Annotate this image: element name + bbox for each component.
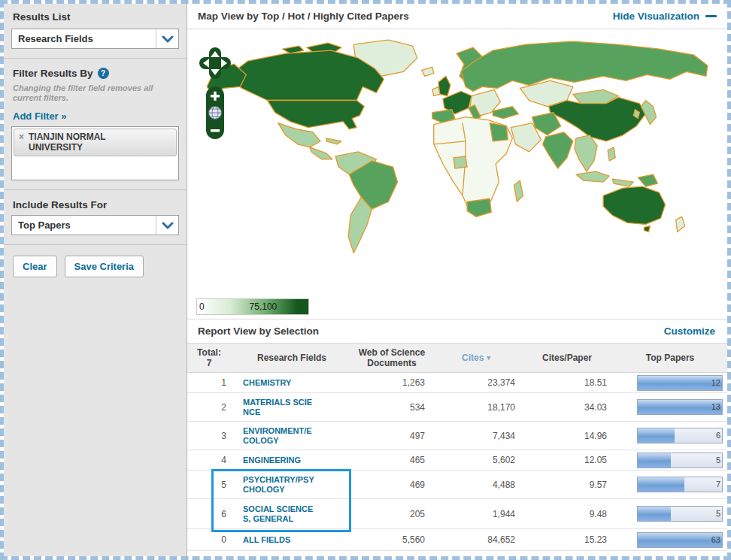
row-cites: 84,652 [431, 534, 521, 545]
column-header-research-fields[interactable]: Research Fields [231, 353, 353, 363]
filter-results-title: Filter Results By [13, 68, 93, 79]
total-header: Total: 7 [187, 347, 231, 368]
include-results-dropdown-value: Top Papers [12, 219, 156, 231]
field-link[interactable]: ENGINEERING [243, 456, 317, 465]
hide-visualization-link[interactable]: Hide Visualization [613, 11, 717, 22]
report-title: Report View by Selection [198, 325, 319, 337]
row-cites: 4,488 [431, 480, 521, 490]
table-row: 1 CHEMISTRY 1,263 23,374 18.51 12 [187, 373, 727, 393]
row-rank: 4 [187, 455, 231, 465]
table-row: 6 SOCIAL SCIENCES, GENERAL 205 1,944 9.4… [187, 499, 727, 529]
top-papers-value: 7 [716, 480, 720, 489]
field-link[interactable]: SOCIAL SCIENCES, GENERAL [243, 504, 317, 524]
row-cites-per-paper: 15.23 [521, 534, 613, 545]
table-row: 4 ENGINEERING 465 5,602 12.05 5 [187, 450, 727, 471]
row-cites: 5,602 [431, 455, 521, 465]
map-area [187, 29, 727, 297]
row-documents: 497 [353, 431, 431, 441]
row-documents: 534 [353, 402, 431, 413]
results-list-dropdown[interactable]: Research Fields [11, 29, 179, 49]
filter-tag: × TIANJIN NORMAL UNIVERSITY [14, 129, 177, 156]
top-papers-bar: 13 [637, 399, 723, 415]
map-title: Map View by Top / Hot / Highly Cited Pap… [198, 11, 409, 22]
row-rank: 0 [187, 534, 231, 545]
add-filter-link[interactable]: Add Filter » [13, 110, 67, 122]
row-rank: 1 [187, 377, 231, 388]
row-cites-per-paper: 18.51 [521, 377, 613, 388]
save-criteria-button[interactable]: Save Criteria [65, 256, 144, 277]
field-link[interactable]: PSYCHIATRY/PSYCHOLOGY [243, 475, 317, 495]
column-header-wos-documents[interactable]: Web of Science Documents [353, 347, 431, 368]
results-list-title: Results List [13, 11, 179, 23]
row-documents: 205 [353, 509, 431, 519]
top-papers-value: 63 [711, 535, 720, 544]
report-header: Report View by Selection Customize [187, 319, 727, 343]
map-pan-control[interactable] [199, 47, 231, 79]
top-papers-value: 5 [716, 509, 720, 518]
column-header-cites-per-paper[interactable]: Cites/Paper [521, 353, 613, 363]
row-cites-per-paper: 9.57 [521, 480, 613, 490]
esi-page: Results List Research Fields Filter Resu… [0, 0, 731, 560]
table-row: 5 PSYCHIATRY/PSYCHOLOGY 469 4,488 9.57 7 [187, 471, 727, 499]
top-papers-bar: 6 [637, 428, 723, 443]
map-zoom-control[interactable] [206, 86, 224, 139]
customize-link[interactable]: Customize [664, 325, 715, 337]
table-body: 1 CHEMISTRY 1,263 23,374 18.51 12 2 MATE… [187, 373, 727, 551]
top-papers-bar: 12 [637, 375, 723, 391]
row-rank: 6 [187, 509, 231, 519]
row-documents: 469 [353, 480, 431, 490]
table-row: 3 ENVIRONMENT/ECOLOGY 497 7,434 14.96 6 [187, 422, 727, 450]
top-papers-bar: 7 [637, 477, 723, 492]
filter-note: Changing the filter field removes all cu… [13, 83, 177, 103]
chevron-down-icon[interactable] [156, 216, 178, 235]
field-link[interactable]: ALL FIELDS [243, 535, 317, 545]
row-cites: 23,374 [431, 377, 521, 388]
row-documents: 1,263 [353, 377, 431, 388]
top-papers-value: 12 [711, 378, 720, 387]
row-rank: 3 [187, 431, 231, 441]
top-papers-value: 5 [716, 456, 720, 465]
top-papers-bar: 5 [637, 453, 723, 468]
results-list-dropdown-value: Research Fields [12, 33, 156, 44]
table-row: 2 MATERIALS SCIENCE 534 18,170 34.03 13 [187, 393, 727, 422]
top-papers-bar: 63 [637, 532, 723, 548]
legend-min-label: 0 [199, 301, 205, 312]
include-results-dropdown[interactable]: Top Papers [11, 215, 179, 235]
top-papers-value: 6 [716, 431, 720, 440]
globe-icon [209, 107, 222, 120]
help-icon[interactable]: ? [98, 68, 109, 79]
row-cites: 7,434 [431, 431, 521, 441]
sidebar-divider [4, 189, 187, 190]
row-documents: 5,560 [353, 534, 431, 545]
clear-button[interactable]: Clear [13, 256, 57, 277]
sort-desc-icon: ▾ [487, 353, 490, 363]
row-rank: 5 [187, 480, 231, 490]
world-choropleth-map[interactable] [193, 32, 723, 295]
filter-tag-label: TIANJIN NORMAL UNIVERSITY [29, 132, 141, 153]
map-legend: 0 75,100 [196, 298, 309, 315]
main-panel: Map View by Top / Hot / Highly Cited Pap… [187, 4, 727, 556]
chevron-down-icon[interactable] [156, 29, 178, 48]
top-papers-value: 13 [711, 402, 720, 411]
sidebar-divider [4, 244, 187, 245]
sidebar-divider [4, 58, 187, 59]
row-cites-per-paper: 34.03 [521, 402, 613, 413]
row-rank: 2 [187, 402, 231, 413]
column-header-top-papers[interactable]: Top Papers [613, 353, 727, 363]
column-header-cites[interactable]: Cites ▾ [431, 353, 521, 363]
results-table: Total: 7 Research Fields Web of Science … [187, 343, 727, 551]
table-header-row: Total: 7 Research Fields Web of Science … [187, 343, 727, 373]
field-link[interactable]: CHEMISTRY [243, 378, 317, 388]
table-row: 0 ALL FIELDS 5,560 84,652 15.23 63 [187, 529, 727, 551]
top-papers-bar: 5 [637, 506, 723, 522]
include-results-title: Include Results For [13, 199, 107, 210]
field-link[interactable]: ENVIRONMENT/ECOLOGY [243, 426, 317, 446]
remove-filter-icon[interactable]: × [19, 132, 24, 153]
zoom-out-icon [211, 129, 220, 132]
map-header: Map View by Top / Hot / Highly Cited Pap… [187, 4, 727, 29]
field-link[interactable]: MATERIALS SCIENCE [243, 398, 317, 417]
row-cites-per-paper: 12.05 [521, 455, 613, 465]
filter-list-box: × TIANJIN NORMAL UNIVERSITY [11, 126, 179, 180]
row-cites-per-paper: 9.48 [521, 509, 613, 519]
row-documents: 465 [353, 455, 431, 465]
